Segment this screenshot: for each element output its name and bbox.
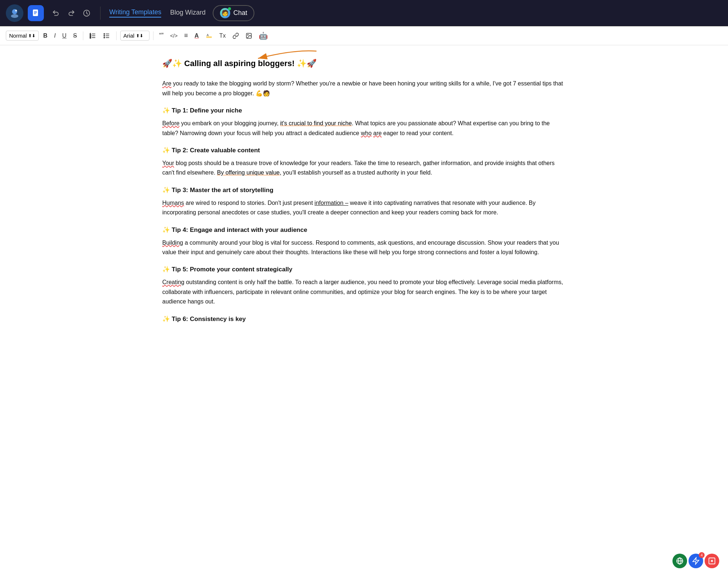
font-chevron-icon: ⬆⬇ bbox=[136, 33, 143, 38]
undo-button[interactable] bbox=[50, 7, 62, 19]
format-bar: Normal ⬆⬇ B I U S 1 2 3 Arial ⬆⬇ “” </ bbox=[0, 26, 728, 45]
intro-paragraph: Are you ready to take the blogging world… bbox=[162, 79, 566, 98]
link-button[interactable] bbox=[230, 31, 241, 41]
redo-button[interactable] bbox=[65, 7, 77, 19]
top-bar: Writing Templates Blog Wizard 🧑 Chat bbox=[0, 0, 728, 26]
svg-text:3: 3 bbox=[90, 36, 91, 38]
format-divider-3 bbox=[153, 31, 153, 40]
svg-point-18 bbox=[104, 33, 105, 34]
ordered-list-button[interactable]: 1 2 3 bbox=[87, 31, 99, 41]
ai-button[interactable]: 🤖 bbox=[257, 30, 270, 42]
tip5-heading: ✨ Tip 5: Promote your content strategica… bbox=[162, 264, 566, 275]
avatar: 🧑 bbox=[220, 8, 230, 18]
tip1-body: Before you embark on your blogging journ… bbox=[162, 119, 566, 138]
strikethrough-button[interactable]: S bbox=[71, 31, 79, 41]
tip6-heading: ✨ Tip 6: Consistency is key bbox=[162, 314, 566, 324]
svg-point-20 bbox=[104, 37, 105, 38]
writing-templates-link[interactable]: Writing Templates bbox=[109, 8, 161, 18]
svg-point-3 bbox=[15, 9, 17, 11]
style-chevron-icon: ⬆⬇ bbox=[28, 33, 35, 38]
editor-area[interactable]: 🚀✨ Calling all aspiring bloggers! ✨🚀 Are… bbox=[145, 45, 583, 356]
document-heading: 🚀✨ Calling all aspiring bloggers! ✨🚀 bbox=[162, 57, 566, 70]
tip4-heading: ✨ Tip 4: Engage and interact with your a… bbox=[162, 225, 566, 235]
spell-error-creating: Creating bbox=[162, 279, 184, 285]
spell-error-building: Building bbox=[162, 240, 183, 246]
information-link: information – bbox=[315, 200, 349, 206]
highlight-button[interactable]: A bbox=[203, 31, 215, 41]
tip3-heading: ✨ Tip 3: Master the art of storytelling bbox=[162, 185, 566, 195]
italic-button[interactable]: I bbox=[52, 31, 58, 41]
format-divider-1 bbox=[83, 31, 83, 40]
avatar-status-dot bbox=[228, 7, 231, 10]
unordered-list-button[interactable] bbox=[101, 31, 113, 41]
nav-divider bbox=[100, 7, 101, 20]
font-select[interactable]: Arial ⬆⬇ bbox=[120, 31, 149, 41]
document-icon-button[interactable] bbox=[28, 5, 44, 21]
nav-links: Writing Templates Blog Wizard bbox=[109, 8, 205, 18]
align-button[interactable]: ≡ bbox=[182, 30, 190, 41]
spell-error-are: are bbox=[373, 130, 382, 136]
tip3-body: Humans are wired to respond to stories. … bbox=[162, 198, 566, 218]
code-button[interactable]: </> bbox=[168, 31, 180, 40]
blog-wizard-link[interactable]: Blog Wizard bbox=[170, 9, 205, 17]
crucial-link: it's crucial to find your niche bbox=[280, 120, 352, 126]
history-button[interactable] bbox=[80, 7, 93, 19]
svg-point-19 bbox=[104, 35, 105, 36]
spell-error-before: Before bbox=[162, 120, 179, 126]
history-toolbar bbox=[50, 7, 93, 19]
quote-button[interactable]: “” bbox=[157, 30, 166, 41]
image-button[interactable] bbox=[243, 31, 254, 41]
unique-value-link: By offering unique value, bbox=[217, 169, 281, 176]
spell-error-are: Are bbox=[162, 80, 171, 87]
chat-button[interactable]: 🧑 Chat bbox=[213, 5, 254, 21]
svg-rect-6 bbox=[34, 12, 37, 13]
format-divider-2 bbox=[116, 31, 117, 40]
bold-button[interactable]: B bbox=[41, 31, 50, 41]
style-label: Normal bbox=[9, 33, 27, 39]
app-logo bbox=[6, 4, 23, 22]
tip5-body: Creating outstanding content is only hal… bbox=[162, 278, 566, 306]
style-select[interactable]: Normal ⬆⬇ bbox=[6, 31, 39, 41]
tip2-body: Your blog posts should be a treasure tro… bbox=[162, 158, 566, 178]
underline-button[interactable]: U bbox=[60, 31, 69, 41]
svg-text:A: A bbox=[206, 33, 209, 37]
tip4-body: Building a community around your blog is… bbox=[162, 238, 566, 257]
tip2-heading: ✨ Tip 2: Create valuable content bbox=[162, 145, 566, 156]
spell-error-humans: Humans bbox=[162, 200, 184, 206]
tip1-heading: ✨ Tip 1: Define your niche bbox=[162, 106, 566, 116]
spell-error-your1: Your bbox=[162, 160, 174, 166]
chat-label: Chat bbox=[233, 9, 247, 17]
font-label: Arial bbox=[124, 33, 134, 39]
svg-point-2 bbox=[11, 14, 18, 18]
svg-rect-5 bbox=[34, 11, 37, 12]
clear-format-button[interactable]: Tx bbox=[217, 31, 228, 41]
svg-point-24 bbox=[247, 34, 248, 35]
svg-rect-7 bbox=[34, 14, 36, 14]
text-color-button[interactable]: A bbox=[192, 31, 201, 41]
spell-error-who: who bbox=[361, 130, 371, 136]
